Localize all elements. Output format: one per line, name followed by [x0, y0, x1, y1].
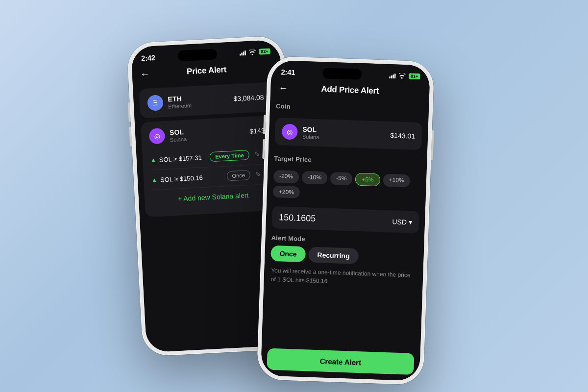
eth-coin-card[interactable]: Ξ ETH Ethereum $3,084.08 ▾ [139, 82, 277, 119]
mode-once-button[interactable]: Once [270, 245, 306, 262]
phone2-sol-symbol: SOL [302, 125, 319, 133]
phone2-volume-down-button[interactable] [262, 139, 265, 159]
currency-label: USD [392, 218, 407, 226]
create-alert-button[interactable]: Create Alert [267, 348, 414, 375]
phone2-content: Coin ◎ SOL Solana $143.01 [262, 98, 429, 349]
phone2-sol-icon: ◎ [282, 123, 298, 140]
alert-info-text: You will receive a one-time notification… [270, 266, 417, 289]
alert-2-arrow-icon: ▲ [151, 176, 158, 184]
svg-rect-3 [245, 50, 246, 55]
eth-icon: Ξ [147, 95, 164, 111]
alert-1-arrow-icon: ▲ [150, 156, 157, 164]
dynamic-island [177, 49, 217, 61]
target-price-label: Target Price [274, 155, 421, 167]
eth-symbol: ETH [168, 94, 191, 103]
phone2-battery-badge: 81+ [409, 73, 420, 79]
alert-mode-label: Alert Mode [271, 234, 418, 246]
pill-plus-5[interactable]: +5% [355, 173, 380, 187]
phone2-back-button[interactable]: ← [278, 82, 289, 94]
alert-mode-section: Alert Mode Once Recurring You will recei… [270, 234, 418, 289]
phone2-status-time: 2:41 [281, 68, 295, 76]
svg-rect-6 [392, 74, 394, 78]
phone2-status-icons: 81+ [389, 73, 420, 79]
signal-icon [239, 50, 246, 56]
svg-rect-4 [389, 76, 391, 78]
phone2-dynamic-island [322, 68, 362, 80]
status-time: 2:42 [141, 53, 156, 62]
svg-rect-1 [241, 52, 243, 55]
coin-section-label: Coin [276, 102, 423, 115]
price-input-value[interactable]: 150.1605 [279, 212, 316, 224]
alert-2-badge: Once [226, 170, 250, 181]
phone2-power-button[interactable] [431, 130, 434, 160]
phone2-signal-icon [389, 73, 396, 78]
create-alert-label: Create Alert [319, 357, 361, 367]
phone2-coin-card[interactable]: ◎ SOL Solana $143.01 [274, 118, 422, 150]
phone2-volume-up-button[interactable] [263, 115, 266, 134]
phone2-sol-price: $143.01 [390, 131, 415, 140]
svg-rect-7 [394, 74, 395, 78]
svg-rect-0 [240, 53, 241, 55]
phone2-sol-name: Solana [302, 133, 319, 140]
volume-up-button[interactable] [128, 102, 131, 122]
wifi-icon [248, 49, 256, 55]
alert-2-edit-icon[interactable]: ✎ [255, 171, 261, 179]
phone2-wifi-icon [398, 73, 405, 78]
alert-mode-toggle: Once Recurring [270, 245, 418, 266]
status-icons: 82+ [239, 48, 270, 55]
pill-minus-10[interactable]: -10% [302, 171, 328, 185]
volume-down-button[interactable] [129, 127, 132, 147]
alert-2-text: SOL ≥ $150.16 [160, 174, 203, 184]
eth-name: Ethereum [168, 102, 192, 109]
currency-selector[interactable]: USD ▾ [392, 218, 412, 226]
price-input-row: 150.1605 USD ▾ [271, 206, 419, 233]
alert-1-badge: Every Time [210, 150, 249, 162]
sol-name: Solana [170, 136, 187, 143]
sol-symbol: SOL [170, 127, 187, 136]
pill-minus-20[interactable]: -20% [273, 170, 299, 184]
sol-coin-card: ◎ SOL Solana $143.0 [141, 115, 283, 217]
svg-rect-5 [391, 75, 392, 78]
price-pills: -20% -10% -5% +5% +10% +20% [273, 170, 421, 202]
alert-1-edit-icon[interactable]: ✎ [254, 150, 260, 159]
eth-price: $3,084.08 [233, 93, 264, 102]
battery-badge: 82+ [259, 48, 270, 54]
currency-chevron-icon: ▾ [409, 218, 413, 226]
pill-minus-5[interactable]: -5% [330, 172, 353, 186]
phone1-title: Price Alert [187, 65, 227, 76]
phone2-title: Add Price Alert [321, 84, 379, 96]
sol-icon: ◎ [149, 128, 166, 145]
phone-2: 2:41 81+ ← Add Price Alert Coin [257, 56, 435, 385]
pill-plus-20[interactable]: +20% [273, 186, 300, 198]
mode-recurring-button[interactable]: Recurring [308, 246, 359, 264]
back-button[interactable]: ← [140, 68, 150, 80]
alert-1-text: SOL ≥ $157.31 [159, 154, 202, 164]
pill-plus-10[interactable]: +10% [383, 174, 410, 188]
svg-rect-2 [243, 51, 244, 55]
